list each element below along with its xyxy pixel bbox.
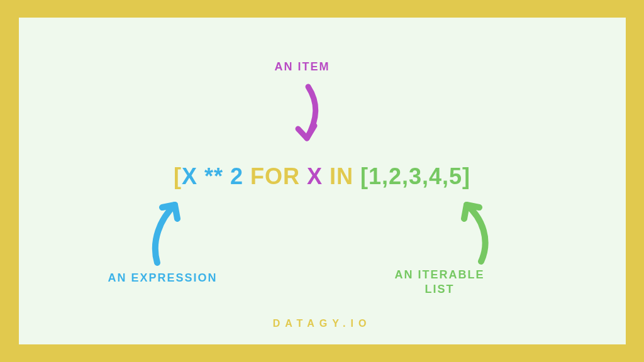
label-expression: AN EXPRESSION	[108, 272, 218, 285]
code-item: X	[307, 163, 330, 189]
bracket-open: [	[174, 163, 182, 189]
label-item: AN ITEM	[275, 60, 330, 74]
arrow-expression-icon	[145, 194, 195, 269]
code-expr-var: X	[182, 163, 204, 189]
code-expr-op: **	[204, 163, 230, 189]
code-iterable: [1,2,3,4,5]	[360, 163, 470, 189]
arrow-item-icon	[289, 80, 327, 150]
code-in: IN	[330, 163, 360, 189]
arrow-iterable-icon	[447, 194, 497, 269]
diagram-canvas: AN ITEM [X ** 2 FOR X IN [1,2,3,4,5] AN …	[19, 18, 626, 344]
code-expression: [X ** 2 FOR X IN [1,2,3,4,5]	[19, 163, 626, 190]
label-iterable: AN ITERABLELIST	[395, 268, 485, 297]
code-expr-val: 2	[230, 163, 250, 189]
footer-brand: DATAGY.IO	[19, 318, 626, 329]
code-for: FOR	[250, 163, 307, 189]
